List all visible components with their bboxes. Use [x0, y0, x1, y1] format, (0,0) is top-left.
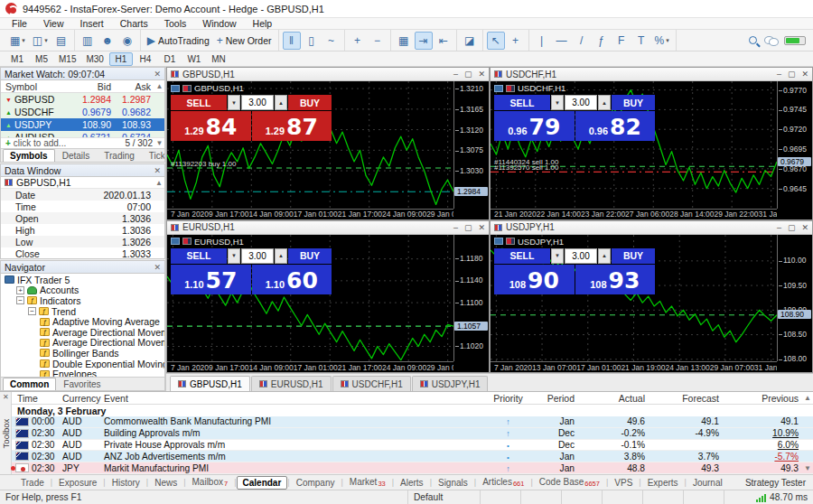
calendar-row[interactable]: 02:30JPYMarkit Manufacturing PMI↑Jan48.8…	[12, 462, 813, 474]
oneclick-trading-icon[interactable]	[506, 238, 515, 245]
volume-field[interactable]: 3.00	[565, 95, 597, 110]
sell-button[interactable]: SELL	[171, 248, 227, 264]
zoom-in-icon[interactable]: +	[349, 32, 367, 50]
calendar-column-priority[interactable]: Priority	[483, 393, 533, 404]
sell-price[interactable]: 10890	[494, 265, 575, 294]
auto-scroll-icon[interactable]: ⇥	[415, 32, 433, 50]
strategy-tester-button[interactable]: Strategy Tester	[745, 478, 813, 488]
timeframe-h1[interactable]: H1	[109, 52, 133, 66]
timeframe-w1[interactable]: W1	[182, 52, 206, 66]
chart-body[interactable]: GBPUSD,H1SELL▼3.00▲BUY1.29841.2987#11392…	[167, 81, 489, 219]
price-axis[interactable]: 110.00109.50109.00108.50108.00108.90	[777, 235, 812, 362]
volume-down-icon[interactable]: ▼	[551, 95, 564, 110]
text-icon[interactable]: T	[632, 32, 650, 50]
menu-tools[interactable]: Tools	[156, 18, 195, 29]
menu-view[interactable]: View	[35, 18, 72, 29]
horizontal-line-icon[interactable]: —	[553, 32, 571, 50]
toolbox-tab-alerts[interactable]: Alerts	[394, 476, 430, 490]
add-symbol-label[interactable]: click to add...	[14, 138, 66, 148]
price-axis[interactable]: 1.32101.31651.31201.30751.30301.2984	[453, 81, 489, 209]
column-ask[interactable]: Ask	[115, 81, 154, 92]
toolbox-tab-mailbox[interactable]: Mailbox7	[186, 475, 235, 490]
timeframe-m15[interactable]: M15	[54, 52, 80, 66]
volume-field[interactable]: 3.00	[241, 248, 274, 264]
depth-of-market-icon[interactable]	[494, 85, 503, 92]
toolbox-tab-vps[interactable]: VPS	[608, 476, 639, 490]
maximize-icon[interactable]: ▢	[464, 223, 472, 232]
calendar-row[interactable]: 02:30AUDBuilding Approvals m/m↑Dec-0.2%-…	[12, 428, 813, 440]
sell-button[interactable]: SELL	[171, 95, 227, 110]
calendar-column-previous[interactable]: Previous	[724, 393, 802, 404]
chart-tab-eurusd[interactable]: EURUSD,H1	[251, 376, 332, 391]
buy-button[interactable]: BUY	[288, 95, 332, 110]
sell-button[interactable]: SELL	[494, 248, 550, 264]
maximize-icon[interactable]: ▢	[788, 70, 796, 79]
navigator-item[interactable]: ƒAdaptive Moving Average	[1, 316, 164, 327]
zoom-out-icon[interactable]: −	[369, 32, 387, 50]
close-icon[interactable]: ✕	[154, 166, 161, 175]
buy-price[interactable]: 1.2987	[252, 111, 332, 141]
chart-body[interactable]: EURUSD,H1SELL▼3.00▲BUY1.10571.10601.1180…	[167, 235, 489, 373]
scroll-up-icon[interactable]: ▲	[155, 179, 164, 187]
tab-details[interactable]: Details	[55, 149, 98, 162]
scroll-up-icon[interactable]: ▲	[802, 394, 813, 402]
navigator-item[interactable]: IFX Trader 5	[1, 275, 164, 285]
navigator-item[interactable]: −ƒTrend	[1, 306, 164, 317]
chart-window-titlebar[interactable]: GBPUSD,H1–▢✕	[167, 68, 489, 81]
candlestick-icon[interactable]: ▯	[303, 32, 321, 50]
signals-icon[interactable]: ◉	[118, 32, 136, 50]
close-icon[interactable]: ✕	[478, 223, 485, 232]
timeframe-m5[interactable]: M5	[30, 52, 53, 66]
calendar-column-currency[interactable]: Currency	[59, 393, 100, 404]
tab-trading[interactable]: Trading	[97, 149, 142, 162]
calendar-column-time[interactable]: Time	[12, 393, 59, 404]
navigator-item[interactable]: ƒBollinger Bands	[1, 348, 164, 359]
oneclick-trading-icon[interactable]	[182, 238, 192, 245]
close-icon[interactable]: ✕	[154, 70, 161, 79]
calendar-column-period[interactable]: Period	[533, 393, 580, 404]
chart-shift-icon[interactable]: ⇤	[435, 32, 453, 50]
dropdown-arrow-icon[interactable]: ▾	[44, 37, 48, 44]
buy-button[interactable]: BUY	[612, 95, 655, 110]
dropdown-arrow-icon[interactable]: ▾	[666, 37, 669, 44]
oneclick-trading-icon[interactable]	[182, 85, 192, 92]
close-icon[interactable]: ✕	[154, 263, 161, 272]
menu-charts[interactable]: Charts	[112, 18, 156, 29]
scroll-down-icon[interactable]: ▼	[154, 139, 164, 147]
toolbox-tab-company[interactable]: Company	[290, 476, 341, 490]
new-chart-icon[interactable]: ▦▾	[7, 32, 28, 50]
timeframe-m30[interactable]: M30	[81, 52, 107, 66]
market-watch-row-usdchf[interactable]: ▲USDCHF0.96790.9682	[1, 106, 164, 118]
objects-list-icon[interactable]: ◪	[461, 32, 479, 50]
close-icon[interactable]: ✕	[3, 393, 9, 401]
toolbox-tab-history[interactable]: History	[106, 476, 146, 490]
toolbox-tab-calendar[interactable]: Calendar	[237, 476, 288, 490]
toolbox-tab-market[interactable]: Market33	[343, 475, 392, 490]
navigator-item[interactable]: ƒDouble Exponential Moving Av	[1, 359, 164, 369]
calendar-row[interactable]: 00:00AUDCommonwealth Bank Manufacturing …	[12, 416, 813, 428]
time-axis[interactable]: 21 Jan 202022 Jan 14:0023 Jan 22:0027 Ja…	[491, 209, 777, 219]
toolbox-tab-articles[interactable]: Articles661	[476, 475, 530, 490]
chart-tab-usdjpy[interactable]: USDJPY,H1	[412, 376, 489, 391]
collapse-icon[interactable]: −	[28, 307, 36, 315]
timeframe-h4[interactable]: H4	[134, 52, 157, 66]
navigator-item[interactable]: +Accounts	[1, 285, 164, 296]
buy-button[interactable]: BUY	[612, 248, 655, 264]
chart-tab-usdchf[interactable]: USDCHF,H1	[332, 376, 411, 391]
depth-of-market-icon[interactable]	[171, 238, 180, 245]
chat-icon[interactable]	[764, 36, 777, 44]
tab-ticks[interactable]: Ticks	[142, 149, 165, 162]
volume-field[interactable]: 3.00	[241, 95, 274, 110]
price-axis[interactable]: 0.97700.97450.97200.96950.96700.96450.96…	[777, 81, 812, 209]
label-icon[interactable]: F	[612, 32, 631, 50]
chart-body[interactable]: USDJPY,H1SELL▼3.00▲BUY1089010893110.0010…	[491, 235, 812, 373]
profiles-icon[interactable]: ◫▾	[30, 32, 51, 50]
calendar-column-actual[interactable]: Actual	[580, 393, 650, 404]
time-axis[interactable]: 7 Jan 20209 Jan 17:0014 Jan 09:0017 Jan …	[167, 209, 453, 219]
crosshair-icon[interactable]: +	[507, 32, 525, 50]
docs-icon[interactable]: ▥	[79, 32, 97, 50]
volume-field[interactable]: 3.00	[565, 248, 597, 264]
volume-up-icon[interactable]: ▲	[598, 95, 611, 110]
trendline-icon[interactable]: /	[573, 32, 591, 50]
column-bid[interactable]: Bid	[75, 81, 115, 92]
